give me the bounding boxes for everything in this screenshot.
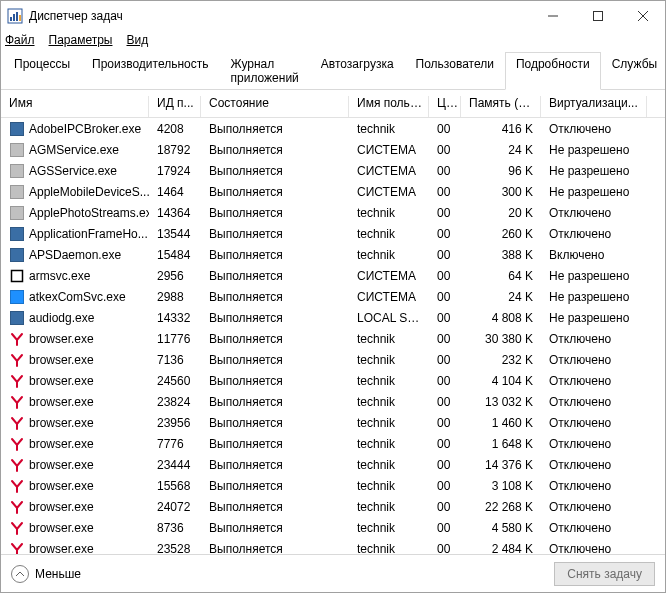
table-row[interactable]: armsvc.exe2956ВыполняетсяСИСТЕМА0064 KНе… [1, 265, 665, 286]
process-pid: 2956 [149, 269, 201, 283]
table-row[interactable]: browser.exe7136Выполняетсяtechnik00232 K… [1, 349, 665, 370]
column-name[interactable]: Имя [1, 96, 149, 117]
process-name: AdobeIPCBroker.exe [29, 122, 141, 136]
process-pid: 4208 [149, 122, 201, 136]
column-user[interactable]: Имя польз... [349, 96, 429, 117]
table-row[interactable]: ApplePhotoStreams.exe14364Выполняетсяtec… [1, 202, 665, 223]
process-cpu: 00 [429, 521, 461, 535]
process-pid: 15484 [149, 248, 201, 262]
table-row[interactable]: browser.exe24072Выполняетсяtechnik0022 2… [1, 496, 665, 517]
process-name: browser.exe [29, 416, 94, 430]
process-state: Выполняется [201, 269, 349, 283]
process-cpu: 00 [429, 269, 461, 283]
maximize-button[interactable] [575, 1, 620, 31]
process-icon [9, 541, 25, 555]
app-icon [7, 8, 23, 24]
table-row[interactable]: browser.exe24560Выполняетсяtechnik004 10… [1, 370, 665, 391]
process-icon [9, 373, 25, 389]
table-row[interactable]: AGSService.exe17924ВыполняетсяСИСТЕМА009… [1, 160, 665, 181]
process-name: atkexComSvc.exe [29, 290, 126, 304]
process-pid: 17924 [149, 164, 201, 178]
process-name: armsvc.exe [29, 269, 90, 283]
tab-3[interactable]: Автозагрузка [310, 52, 405, 90]
process-user: technik [349, 374, 429, 388]
process-mem: 300 K [461, 185, 541, 199]
table-row[interactable]: browser.exe8736Выполняетсяtechnik004 580… [1, 517, 665, 538]
process-pid: 8736 [149, 521, 201, 535]
process-name: ApplePhotoStreams.exe [29, 206, 149, 220]
svg-rect-6 [593, 12, 602, 21]
process-pid: 23956 [149, 416, 201, 430]
process-user: technik [349, 479, 429, 493]
tab-4[interactable]: Пользователи [405, 52, 505, 90]
task-manager-window: Диспетчер задач Файл Параметры Вид Проце… [0, 0, 666, 593]
menu-view[interactable]: Вид [126, 33, 148, 47]
close-button[interactable] [620, 1, 665, 31]
table-row[interactable]: audiodg.exe14332ВыполняетсяLOCAL SE...00… [1, 307, 665, 328]
process-cpu: 00 [429, 479, 461, 493]
process-user: technik [349, 332, 429, 346]
table-row[interactable]: atkexComSvc.exe2988ВыполняетсяСИСТЕМА002… [1, 286, 665, 307]
process-virt: Отключено [541, 353, 647, 367]
process-user: technik [349, 521, 429, 535]
end-task-button[interactable]: Снять задачу [554, 562, 655, 586]
tab-1[interactable]: Производительность [81, 52, 219, 90]
table-row[interactable]: browser.exe11776Выполняетсяtechnik0030 3… [1, 328, 665, 349]
process-state: Выполняется [201, 164, 349, 178]
process-state: Выполняется [201, 416, 349, 430]
process-state: Выполняется [201, 479, 349, 493]
process-state: Выполняется [201, 542, 349, 555]
process-pid: 13544 [149, 227, 201, 241]
column-pid[interactable]: ИД п... [149, 96, 201, 117]
process-icon [9, 436, 25, 452]
menu-options[interactable]: Параметры [49, 33, 113, 47]
process-user: СИСТЕМА [349, 185, 429, 199]
process-mem: 96 K [461, 164, 541, 178]
process-name: browser.exe [29, 437, 94, 451]
process-pid: 11776 [149, 332, 201, 346]
table-row[interactable]: AGMService.exe18792ВыполняетсяСИСТЕМА002… [1, 139, 665, 160]
process-state: Выполняется [201, 143, 349, 157]
tab-6[interactable]: Службы [601, 52, 666, 90]
table-row[interactable]: browser.exe7776Выполняетсяtechnik001 648… [1, 433, 665, 454]
process-name: AGSService.exe [29, 164, 117, 178]
process-user: LOCAL SE... [349, 311, 429, 325]
process-icon [9, 310, 25, 326]
table-row[interactable]: AdobeIPCBroker.exe4208Выполняетсяtechnik… [1, 118, 665, 139]
process-user: technik [349, 542, 429, 555]
minimize-button[interactable] [530, 1, 575, 31]
table-row[interactable]: APSDaemon.exe15484Выполняетсяtechnik0038… [1, 244, 665, 265]
column-cpu[interactable]: ЦП [429, 96, 461, 117]
table-row[interactable]: ApplicationFrameHo...13544Выполняетсяtec… [1, 223, 665, 244]
process-icon [9, 268, 25, 284]
process-virt: Отключено [541, 206, 647, 220]
process-mem: 14 376 K [461, 458, 541, 472]
column-mem[interactable]: Память (а... [461, 96, 541, 117]
process-pid: 14364 [149, 206, 201, 220]
process-state: Выполняется [201, 458, 349, 472]
table-row[interactable]: browser.exe23824Выполняетсяtechnik0013 0… [1, 391, 665, 412]
process-mem: 232 K [461, 353, 541, 367]
tab-5[interactable]: Подробности [505, 52, 601, 90]
column-virt[interactable]: Виртуализаци... [541, 96, 647, 117]
process-virt: Отключено [541, 416, 647, 430]
tab-0[interactable]: Процессы [3, 52, 81, 90]
table-row[interactable]: browser.exe23956Выполняетсяtechnik001 46… [1, 412, 665, 433]
table-row[interactable]: browser.exe23528Выполняетсяtechnik002 48… [1, 538, 665, 554]
process-user: technik [349, 395, 429, 409]
column-state[interactable]: Состояние [201, 96, 349, 117]
process-user: СИСТЕМА [349, 143, 429, 157]
process-cpu: 00 [429, 395, 461, 409]
process-pid: 23824 [149, 395, 201, 409]
table-row[interactable]: browser.exe15568Выполняетсяtechnik003 10… [1, 475, 665, 496]
fewer-details-button[interactable]: Меньше [11, 565, 81, 583]
table-row[interactable]: browser.exe23444Выполняетсяtechnik0014 3… [1, 454, 665, 475]
process-mem: 4 580 K [461, 521, 541, 535]
process-cpu: 00 [429, 500, 461, 514]
process-user: СИСТЕМА [349, 290, 429, 304]
process-pid: 23444 [149, 458, 201, 472]
menu-file[interactable]: Файл [5, 33, 35, 47]
process-mem: 1 460 K [461, 416, 541, 430]
table-row[interactable]: AppleMobileDeviceS...1464ВыполняетсяСИСТ… [1, 181, 665, 202]
tab-2[interactable]: Журнал приложений [220, 52, 310, 90]
